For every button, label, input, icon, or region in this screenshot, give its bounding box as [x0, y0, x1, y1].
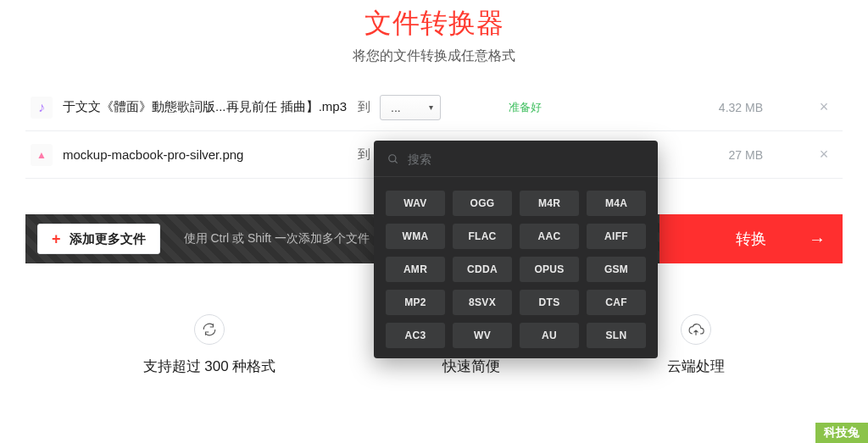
search-icon	[387, 153, 399, 165]
convert-button[interactable]: 转换 →	[659, 214, 843, 263]
format-option-sln[interactable]: SLN	[587, 323, 646, 348]
music-icon: ♪	[31, 97, 53, 119]
format-dropdown: WAVOGGM4RM4AWMAFLACAACAIFFAMRCDDAOPUSGSM…	[374, 141, 658, 358]
header: 文件转换器 将您的文件转换成任意格式	[0, 0, 868, 65]
feature-formats: 支持超过 300 种格式	[143, 314, 276, 376]
to-label: 到	[351, 99, 376, 115]
feature-title: 支持超过 300 种格式	[143, 357, 276, 376]
close-icon[interactable]: ×	[814, 146, 834, 163]
file-name: mockup-macbook-pro-silver.png	[63, 147, 351, 162]
close-icon[interactable]: ×	[814, 98, 834, 116]
svg-point-1	[389, 155, 396, 162]
convert-label: 转换	[736, 229, 766, 249]
file-size: 4.32 MB	[719, 101, 763, 114]
format-option-8svx[interactable]: 8SVX	[453, 290, 512, 315]
file-size: 27 MB	[729, 148, 763, 162]
add-files-button[interactable]: + 添加更多文件	[37, 224, 160, 254]
format-option-wma[interactable]: WMA	[386, 224, 445, 249]
format-option-wv[interactable]: WV	[453, 323, 512, 348]
format-option-aac[interactable]: AAC	[520, 224, 579, 249]
arrow-right-icon: →	[809, 230, 826, 249]
format-option-flac[interactable]: FLAC	[453, 224, 512, 249]
svg-line-2	[395, 161, 398, 163]
format-option-m4a[interactable]: M4A	[587, 191, 646, 216]
file-row: ♪ 于文文《體面》動態歌詞版...再見前任 插曲】.mp3 到 ... ▾ 准备…	[25, 84, 843, 131]
format-option-ac3[interactable]: AC3	[386, 323, 445, 348]
format-option-ogg[interactable]: OGG	[453, 191, 512, 216]
image-icon: ▲	[31, 144, 53, 166]
cloud-upload-icon	[681, 314, 711, 345]
plus-icon: +	[52, 231, 61, 246]
format-option-aiff[interactable]: AIFF	[587, 224, 646, 249]
format-option-wav[interactable]: WAV	[386, 191, 445, 216]
feature-cloud: 云端处理	[667, 314, 725, 376]
file-name: 于文文《體面》動態歌詞版...再見前任 插曲】.mp3	[63, 99, 351, 115]
feature-title: 云端处理	[667, 357, 725, 376]
format-option-au[interactable]: AU	[520, 323, 579, 348]
format-option-m4r[interactable]: M4R	[520, 191, 579, 216]
format-option-caf[interactable]: CAF	[587, 290, 646, 315]
page-subtitle: 将您的文件转换成任意格式	[0, 47, 868, 65]
format-option-dts[interactable]: DTS	[520, 290, 579, 315]
format-option-cdda[interactable]: CDDA	[453, 257, 512, 282]
refresh-icon	[194, 314, 225, 345]
format-select[interactable]: ... ▾	[380, 95, 441, 120]
add-label: 添加更多文件	[70, 231, 146, 247]
format-option-gsm[interactable]: GSM	[587, 257, 646, 282]
page-title: 文件转换器	[0, 5, 868, 42]
add-hint: 使用 Ctrl 或 Shift 一次添加多个文件	[184, 231, 370, 246]
dropdown-grid: WAVOGGM4RM4AWMAFLACAACAIFFAMRCDDAOPUSGSM…	[374, 177, 658, 348]
to-label: 到	[351, 147, 376, 163]
format-option-mp2[interactable]: MP2	[386, 290, 445, 315]
format-option-amr[interactable]: AMR	[386, 257, 445, 282]
format-option-opus[interactable]: OPUS	[520, 257, 579, 282]
watermark-badge: 科技兔	[815, 423, 868, 443]
format-value: ...	[391, 101, 401, 114]
dropdown-search	[374, 141, 658, 177]
status-badge: 准备好	[509, 100, 542, 115]
feature-title: 快速简便	[442, 357, 500, 376]
search-input[interactable]	[408, 152, 644, 166]
chevron-down-icon: ▾	[429, 102, 433, 112]
